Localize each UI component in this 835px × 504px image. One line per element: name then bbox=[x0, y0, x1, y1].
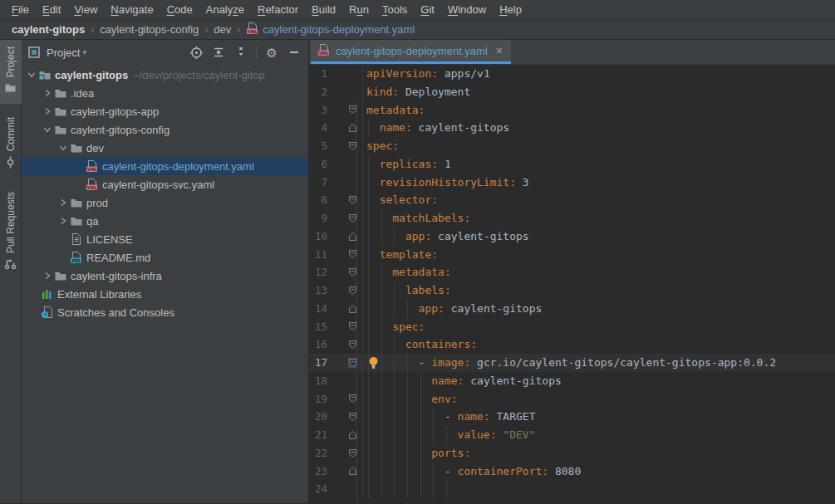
breadcrumb-item[interactable]: dev bbox=[214, 23, 231, 36]
code-line[interactable]: 7revisionHistoryLimit: 3 bbox=[309, 174, 835, 192]
chevron-right-icon[interactable] bbox=[41, 272, 54, 280]
stripe-button-commit[interactable]: Commit bbox=[0, 110, 22, 178]
fold-end-icon[interactable] bbox=[348, 466, 357, 476]
menu-code[interactable]: Code bbox=[160, 0, 199, 19]
menu-analyze[interactable]: Analyze bbox=[199, 0, 251, 19]
code-line[interactable]: 20- name: TARGET bbox=[309, 408, 835, 426]
tree-item-scratches-and-consoles[interactable]: Scratches and Consoles bbox=[22, 303, 308, 321]
tree-item-external-libraries[interactable]: External Libraries bbox=[22, 285, 308, 303]
chevron-down-icon[interactable] bbox=[41, 125, 54, 134]
chevron-down-icon[interactable] bbox=[56, 144, 70, 152]
code-line[interactable]: 13labels: bbox=[309, 281, 835, 300]
fold-end-icon[interactable] bbox=[348, 123, 357, 133]
tree-item-qa[interactable]: qa bbox=[22, 212, 308, 230]
code-line[interactable]: 16containers: bbox=[309, 335, 835, 354]
close-icon[interactable]: × bbox=[496, 44, 503, 57]
fold-end-icon[interactable] bbox=[348, 304, 357, 314]
tree-item-caylent-gitops-app[interactable]: caylent-gitops-app bbox=[22, 102, 308, 120]
breadcrumb-item[interactable]: caylent-gitops bbox=[12, 23, 85, 36]
code-line[interactable]: 21value: "DEV" bbox=[309, 426, 835, 444]
code-line[interactable]: 19env: bbox=[309, 390, 835, 409]
menu-tools[interactable]: Tools bbox=[376, 0, 414, 19]
fold-end-icon[interactable] bbox=[348, 232, 357, 242]
chevron-right-icon[interactable] bbox=[41, 89, 54, 97]
tree-item-caylent-gitops-infra[interactable]: caylent-gitops-infra bbox=[22, 267, 308, 285]
stripe-button-pull-requests[interactable]: Pull Requests bbox=[0, 185, 22, 280]
folder-icon bbox=[54, 269, 71, 282]
tree-item-caylent-gitops-svc.yaml[interactable]: YMLcaylent-gitops-svc.yaml bbox=[22, 175, 308, 193]
menu-run[interactable]: Run bbox=[342, 0, 376, 19]
code-line[interactable]: 12metadata: bbox=[309, 263, 835, 281]
fold-start-icon[interactable] bbox=[348, 412, 357, 422]
fold-start-icon[interactable] bbox=[348, 195, 357, 205]
fold-start-icon[interactable] bbox=[348, 394, 357, 404]
fold-start-icon[interactable] bbox=[348, 105, 357, 115]
tree-item-caylent-gitops-config[interactable]: caylent-gitops-config bbox=[22, 120, 308, 139]
project-panel-title[interactable]: Project bbox=[47, 46, 80, 59]
tree-item-readme.md[interactable]: MDREADME.md bbox=[22, 248, 308, 267]
menu-help[interactable]: Help bbox=[493, 0, 528, 19]
hide-panel-icon[interactable] bbox=[287, 45, 302, 60]
chevron-right-icon[interactable] bbox=[56, 217, 70, 225]
code-line[interactable]: 5spec: bbox=[309, 137, 835, 155]
stripe-button-project[interactable]: Project bbox=[0, 40, 22, 104]
code-line[interactable]: 2kind: Deployment bbox=[309, 83, 835, 101]
menu-bar: FileEditViewNavigateCodeAnalyzeRefactorB… bbox=[0, 0, 835, 20]
settings-gear-icon[interactable]: ⚙ bbox=[264, 45, 279, 60]
code-line[interactable]: 1apiVersion: apps/v1 bbox=[309, 65, 835, 83]
code-line[interactable]: 8selector: bbox=[309, 191, 835, 209]
fold-start-icon[interactable] bbox=[348, 286, 357, 296]
chevron-right-icon[interactable] bbox=[56, 198, 70, 207]
code-line[interactable]: 15spec: bbox=[309, 318, 835, 336]
menu-window[interactable]: Window bbox=[441, 0, 493, 19]
code-line[interactable]: 22ports: bbox=[309, 444, 835, 462]
code-line[interactable]: 10app: caylent-gitops bbox=[309, 228, 835, 246]
code-line[interactable]: 9matchLabels: bbox=[309, 209, 835, 228]
code-line[interactable]: 4name: caylent-gitops bbox=[309, 119, 835, 137]
code-line[interactable]: 6replicas: 1 bbox=[309, 155, 835, 174]
code-line[interactable]: 14app: caylent-gitops bbox=[309, 300, 835, 318]
chevron-down-icon[interactable] bbox=[25, 71, 38, 79]
fold-start-icon[interactable] bbox=[348, 267, 357, 277]
fold-start-icon[interactable] bbox=[348, 141, 357, 151]
expand-all-icon[interactable] bbox=[211, 45, 226, 60]
tree-item-prod[interactable]: prod bbox=[22, 193, 308, 212]
fold-start-icon[interactable] bbox=[348, 358, 357, 368]
code-editor[interactable]: 1apiVersion: apps/v12kind: Deployment3me… bbox=[309, 65, 835, 503]
menu-navigate[interactable]: Navigate bbox=[104, 0, 160, 19]
fold-start-icon[interactable] bbox=[348, 448, 357, 458]
tree-item-.idea[interactable]: .idea bbox=[22, 84, 308, 102]
intention-lightbulb-icon[interactable] bbox=[368, 356, 379, 375]
code-line[interactable]: 18name: caylent-gitops bbox=[309, 372, 835, 390]
fold-end-icon[interactable] bbox=[348, 430, 357, 440]
code-line[interactable]: 11template: bbox=[309, 246, 835, 264]
code-line[interactable]: 3metadata: bbox=[309, 101, 835, 120]
breadcrumb-item[interactable]: caylent-gitops-config bbox=[100, 23, 199, 36]
fold-start-icon[interactable] bbox=[348, 213, 357, 223]
menu-edit[interactable]: Edit bbox=[36, 0, 67, 19]
fold-start-icon[interactable] bbox=[348, 340, 357, 350]
tree-item-caylent-gitops[interactable]: caylent-gitops~/dev/projects/caylent-git… bbox=[22, 66, 308, 84]
menu-refactor[interactable]: Refactor bbox=[251, 0, 305, 19]
menu-build[interactable]: Build bbox=[305, 0, 342, 19]
tree-item-label: .idea bbox=[71, 87, 94, 100]
menu-view[interactable]: View bbox=[67, 0, 104, 19]
chevron-right-icon[interactable] bbox=[41, 107, 54, 115]
menu-git[interactable]: Git bbox=[414, 0, 441, 19]
menu-file[interactable]: File bbox=[5, 0, 36, 19]
fold-start-icon[interactable] bbox=[348, 249, 357, 259]
collapse-all-icon[interactable] bbox=[233, 45, 248, 60]
code-line[interactable]: 23- containerPort: 8080 bbox=[309, 462, 835, 481]
breadcrumb-file[interactable]: YMLcaylent-gitops-deployment.yaml bbox=[246, 22, 415, 37]
tree-item-dev[interactable]: dev bbox=[22, 139, 308, 157]
tree-item-label: caylent-gitops-svc.yaml bbox=[102, 179, 214, 191]
tree-item-license[interactable]: LICENSE bbox=[22, 230, 308, 248]
tree-item-caylent-gitops-deployment.yaml[interactable]: YMLcaylent-gitops-deployment.yaml bbox=[22, 157, 308, 175]
code-text: metadata: bbox=[362, 101, 835, 120]
editor-tab[interactable]: YML caylent-gitops-deployment.yaml × bbox=[311, 40, 511, 64]
fold-start-icon[interactable] bbox=[348, 321, 357, 331]
code-line[interactable]: 17- image: gcr.io/caylent-gitops/caylent… bbox=[309, 354, 835, 372]
code-line[interactable]: 24 bbox=[309, 480, 835, 498]
locate-icon[interactable] bbox=[189, 45, 204, 60]
chevron-down-icon[interactable]: ▾ bbox=[82, 48, 86, 56]
